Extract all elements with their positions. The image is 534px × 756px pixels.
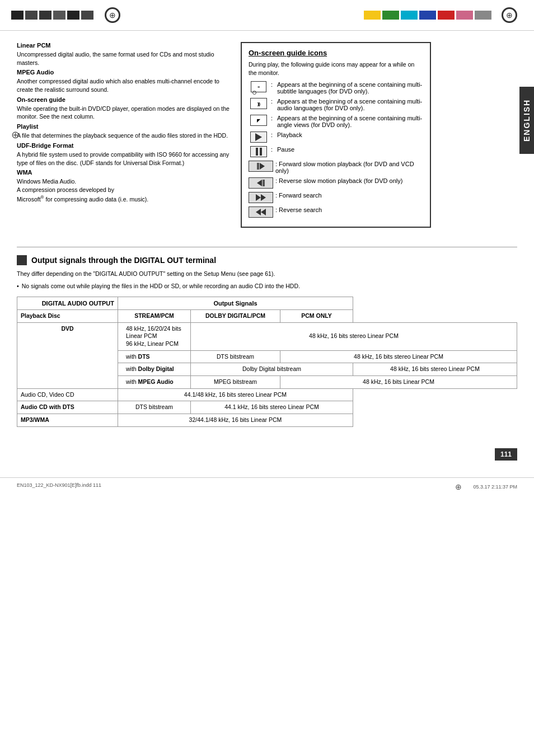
dvd-dolby-stream: Dolby Digital bitstream: [191, 363, 353, 376]
dvd-dolby-label: with Dolby Digital: [118, 363, 191, 376]
bottom-bar: EN103_122_KD-NX901[E]fb.indd 111 ⊕ 05.3.…: [0, 477, 534, 496]
bar-block-2: [25, 11, 38, 20]
guide-box-title: On-screen guide icons: [249, 49, 423, 57]
guide-item-rev-slow: : Reverse slow motion playback (for DVD …: [249, 177, 423, 189]
guide-colon-play: :: [271, 132, 274, 138]
table-row-audiocd-dts: Audio CD with DTS DTS bitstream 44.1 kHz…: [17, 401, 517, 414]
guide-item-fwd-search: : Forward search: [249, 192, 423, 203]
table-row-mp3-wma: MP3/WMA 32/44.1/48 kHz, 16 bits Linear P…: [17, 414, 517, 426]
output-title: Output signals through the DIGITAL OUT t…: [17, 255, 517, 265]
color-block-gray: [475, 11, 491, 20]
header-pcm-only: PCM ONLY: [280, 310, 353, 323]
table-header-row: DIGITAL AUDIO OUTPUT Output Signals: [17, 297, 517, 309]
table-row-dvd-main: DVD 48 kHz, 16/20/24 bits Linear PCM96 k…: [17, 322, 517, 350]
section-body-on-screen-guide: While operating the built-in DVD/CD play…: [17, 105, 229, 121]
section-on-screen-guide: On-screen guide While operating the buil…: [17, 96, 229, 121]
top-bar: ⊕ ⊕: [0, 0, 534, 31]
main-content: Linear PCM Uncompressed digital audio, t…: [0, 31, 534, 239]
play-triangle-icon: [255, 133, 262, 141]
section-title-udf-bridge: UDF-Bridge Format: [17, 142, 229, 149]
audiocd-dts-label: Audio CD with DTS: [17, 401, 118, 414]
guide-colon-subtitle: :: [271, 81, 274, 88]
section-playlist: Playlist A file that determines the play…: [17, 123, 229, 140]
output-section: Output signals through the DIGITAL OUT t…: [0, 247, 534, 477]
section-body-wma: Windows Media Audio. A compression proce…: [17, 177, 229, 203]
dvd-stereo-cell: 48 kHz, 16 bits stereo Linear PCM: [191, 322, 517, 350]
guide-colon-angle: :: [271, 115, 274, 121]
audiocd-dts-stereo: 44.1 kHz, 16 bits stereo Linear PCM: [191, 401, 353, 414]
output-title-text: Output signals through the DIGITAL OUT t…: [31, 256, 216, 265]
cross-icon-bottom: ⊕: [455, 482, 462, 491]
header-digital-audio-output: DIGITAL AUDIO OUTPUT: [17, 297, 118, 309]
table-body: DVD 48 kHz, 16/20/24 bits Linear PCM96 k…: [17, 322, 517, 426]
header-output-signals: Output Signals: [118, 297, 353, 309]
section-body-linear-pcm: Uncompressed digital audio, the same for…: [17, 50, 229, 67]
page-number: 111: [495, 448, 517, 461]
dvd-mpeg-stream: MPEG bitstream: [191, 376, 280, 389]
guide-text-audio: Appears at the beginning of a scene cont…: [277, 98, 423, 111]
output-desc: They differ depending on the "DIGITAL AU…: [17, 270, 517, 279]
dvd-dts-stream: DTS bitstream: [191, 350, 280, 363]
guide-colon-pause: :: [271, 146, 274, 153]
output-title-bar-icon: [17, 255, 27, 265]
subtitle-guide-icon: ≡: [249, 81, 269, 92]
guide-item-fwd-slow: : Forward slow motion playback (for DVD …: [249, 161, 423, 174]
registration-mark-right: ⊕: [502, 7, 517, 23]
table-header: DIGITAL AUDIO OUTPUT Output Signals Play…: [17, 297, 517, 322]
color-block-red: [438, 11, 455, 20]
registration-mark-left: ⊕: [105, 7, 120, 23]
header-playback-disc: Playback Disc: [17, 310, 118, 323]
guide-item-audio: ))) : Appears at the beginning of a scen…: [249, 98, 423, 111]
guide-text-rev-slow: : Reverse slow motion playback (for DVD …: [275, 177, 423, 184]
bar-block-4: [53, 11, 65, 20]
color-block-green: [382, 11, 399, 20]
guide-text-fwd-slow: : Forward slow motion playback (for DVD …: [275, 161, 423, 174]
angle-guide-icon: ◤: [249, 115, 269, 126]
page-number-container: 111: [17, 438, 517, 461]
bottom-bar-right-group: ⊕ 05.3.17 2:11:37 PM: [455, 482, 517, 491]
rev-search-icon-container: [249, 206, 273, 218]
output-table: DIGITAL AUDIO OUTPUT Output Signals Play…: [17, 297, 517, 427]
guide-item-play: : Playback: [249, 132, 423, 143]
pause-bars-icon: [256, 148, 262, 156]
color-block-yellow: [364, 11, 381, 20]
table-row-audiocd-videocd: Audio CD, Video CD 44.1/48 kHz, 16 bits …: [17, 388, 517, 401]
guide-text-rev-search: : Reverse search: [275, 206, 423, 213]
play-guide-icon: [249, 132, 269, 143]
english-tab: ENGLISH: [519, 87, 534, 154]
color-block-blue: [419, 11, 436, 20]
bottom-bar-right: 05.3.17 2:11:37 PM: [473, 484, 517, 490]
header-dolby-digital-pcm: DOLBY DIGITAL/PCM: [191, 310, 280, 323]
guide-text-angle: Appears at the beginning of a scene cont…: [277, 115, 423, 128]
dvd-dts-label: with DTS: [118, 350, 191, 363]
section-divider: [17, 247, 517, 247]
dvd-label-cell: DVD: [17, 322, 118, 388]
section-linear-pcm: Linear PCM Uncompressed digital audio, t…: [17, 42, 229, 67]
cross-icon-left: ⊕: [11, 129, 20, 141]
dvd-mpeg-pcm: 48 kHz, 16 bits Linear PCM: [280, 376, 517, 389]
dvd-dolby-pcm: 48 kHz, 16 bits stereo Linear PCM: [353, 363, 517, 376]
output-note-text: No signals come out while playing the fi…: [22, 282, 300, 291]
audio-guide-icon: ))): [249, 98, 269, 109]
mp3-wma-value: 32/44.1/48 kHz, 16 bits Linear PCM: [118, 414, 353, 426]
guide-item-rev-search: : Reverse search: [249, 206, 423, 218]
fwd-search-icon-container: [249, 192, 273, 203]
guide-text-play: Playback: [277, 132, 423, 138]
section-title-mpeg-audio: MPEG Audio: [17, 69, 229, 76]
header-stream-pcm: STREAM/PCM: [118, 310, 191, 323]
bar-block-1: [11, 11, 24, 20]
guide-intro: During play, the following guide icons m…: [249, 60, 423, 77]
audiocd-videocd-value: 44.1/48 kHz, 16 bits stereo Linear PCM: [118, 388, 353, 401]
output-note: • No signals come out while playing the …: [17, 282, 517, 291]
section-title-on-screen-guide: On-screen guide: [17, 96, 229, 103]
bar-block-6: [81, 11, 93, 20]
bar-left: [11, 11, 93, 20]
rev-slow-icon-container: [249, 177, 273, 189]
dvd-dts-stereo: 48 kHz, 16 bits stereo Linear PCM: [280, 350, 517, 363]
section-wma: WMA Windows Media Audio. A compression p…: [17, 169, 229, 203]
bottom-bar-left: EN103_122_KD-NX901[E]fb.indd 111: [17, 482, 101, 491]
dvd-bitrate-cell: 48 kHz, 16/20/24 bits Linear PCM96 kHz, …: [118, 322, 191, 350]
section-body-mpeg-audio: Another compressed digital audio which a…: [17, 77, 229, 93]
section-title-wma: WMA: [17, 169, 229, 176]
fwd-slow-icon-container: [249, 161, 273, 172]
